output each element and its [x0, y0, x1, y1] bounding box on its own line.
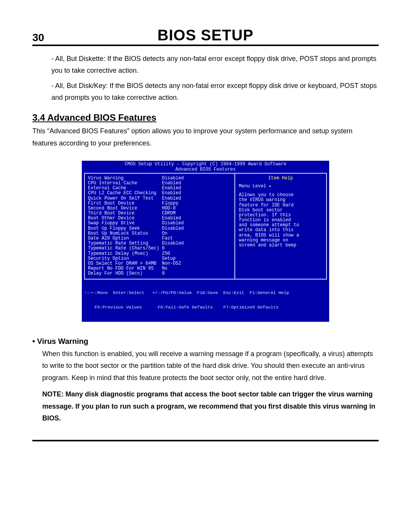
bios-help-line: screen and alart beep	[239, 243, 322, 248]
bios-help-line: write data into this	[239, 228, 322, 233]
page-header: 30 BIOS SETUP	[32, 27, 379, 46]
virus-body: When this function is enabled, you will …	[32, 348, 379, 425]
bios-header-line1: CMOS Setup Utility - Copyright (C) 1984-…	[84, 162, 327, 167]
bios-help-line: area, BIOS will show a	[239, 233, 322, 238]
bios-option-row: Quick Power On Self Test Enabled	[88, 196, 231, 201]
bios-option-row: Typematic Delay (Msec) 250	[88, 251, 231, 256]
bios-option-row: Security Option Setup	[88, 256, 231, 261]
section-intro: This “Advanced BIOS Features” option all…	[32, 125, 379, 149]
bios-menu-level: Menu Level ▸	[239, 184, 322, 189]
bios-help-line: the VIRUS warning	[239, 198, 322, 203]
bullet-item: - All, But Diskette: If the BIOS detects…	[51, 53, 379, 76]
bullet-item: - All, But Disk/Key: If the BIOS detects…	[51, 80, 379, 103]
section-heading: 3.4 Advanced BIOS Features	[32, 112, 379, 123]
bios-option-row: Typematic Rate (Chars/Sec) 6	[88, 246, 231, 251]
bios-option-row: Boot Up Floppy Seek Disabled	[88, 226, 231, 231]
bios-help-panel: Item Help Menu Level ▸ Allows you to cho…	[235, 173, 327, 280]
bios-screenshot: CMOS Setup Utility - Copyright (C) 1984-…	[82, 161, 329, 321]
bios-footer: ↑↓→←:Move Enter:Select +/-/PU/PD:Value F…	[82, 280, 329, 322]
intro-bullets: - All, But Diskette: If the BIOS detects…	[32, 53, 379, 103]
bios-footer-line2: F5:Previous Values F6:Fail-Safe Defaults…	[84, 305, 327, 310]
page-number: 30	[32, 32, 55, 44]
bios-help-line: Disk boot sector	[239, 208, 322, 213]
bios-option-row: Swap Floppy Drive Disabled	[88, 221, 231, 226]
bios-help-line: feature for IDE Hard	[239, 203, 322, 208]
bios-help-title: Item Help	[239, 176, 322, 181]
bios-option-row: Virus Warning Disabled	[88, 176, 231, 181]
bios-option-row: Delay For HDD (Secs) 0	[88, 271, 231, 276]
footer-rule	[32, 440, 379, 441]
virus-note: NOTE: Many disk diagnostic programs that…	[42, 388, 379, 425]
page: 30 BIOS SETUP - All, But Diskette: If th…	[0, 0, 411, 532]
bios-options-panel: Virus Warning DisabledCPU Internal Cache…	[84, 173, 235, 280]
bios-option-row: CPU L2 Cache ECC Checking Enabled	[88, 191, 231, 196]
virus-heading: • Virus Warning	[32, 337, 379, 346]
virus-body-text: When this function is enabled, you will …	[42, 348, 379, 384]
bios-help-text: Allows you to choosethe VIRUS warningfea…	[239, 193, 322, 248]
bios-option-row: First Boot Device Floppy	[88, 201, 231, 206]
bios-body: Virus Warning DisabledCPU Internal Cache…	[82, 172, 329, 280]
bios-header-line2: Advanced BIOS Features	[84, 167, 327, 172]
page-title: BIOS SETUP	[55, 27, 356, 44]
bios-footer-line1: ↑↓→←:Move Enter:Select +/-/PU/PD:Value F…	[84, 291, 327, 296]
bios-header: CMOS Setup Utility - Copyright (C) 1984-…	[82, 161, 329, 172]
